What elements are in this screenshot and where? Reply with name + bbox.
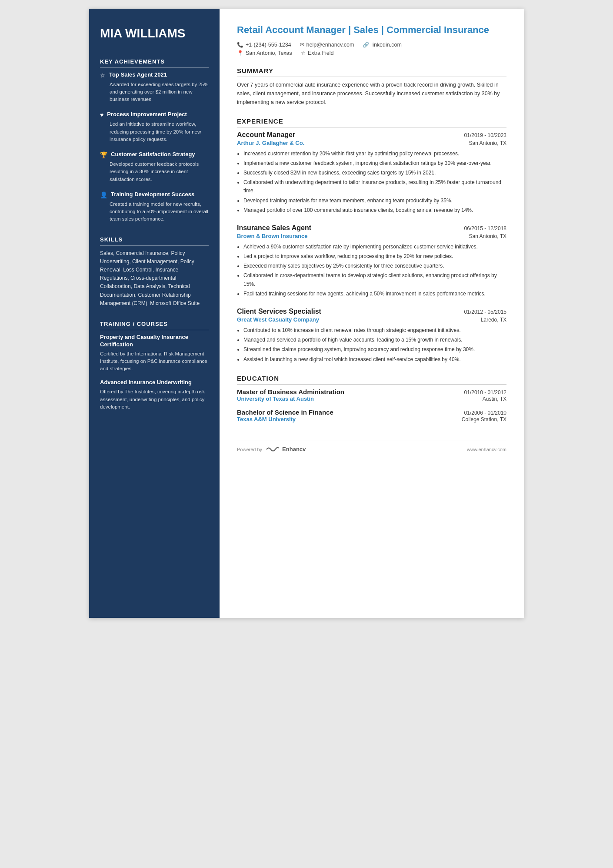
achievements-section-title: KEY ACHIEVEMENTS	[100, 58, 209, 68]
course-item: Advanced Insurance Underwriting Offered …	[100, 379, 209, 411]
job-location: Laredo, TX	[481, 317, 506, 323]
bullet-item: Assisted in launching a new digital tool…	[243, 355, 506, 364]
job-location: San Antonio, TX	[469, 233, 506, 239]
bullet-item: Led a project to improve sales workflow,…	[243, 252, 506, 261]
course-desc: Certified by the International Risk Mana…	[100, 350, 209, 373]
achievements-list: ☆ Top Sales Agent 2021 Awarded for excee…	[100, 71, 209, 223]
job-location: San Antonio, TX	[469, 140, 506, 146]
location-icon: 📍	[237, 50, 243, 56]
bullet-item: Successfully closed $2M in new business,…	[243, 169, 506, 177]
achievement-title: Customer Satisfaction Strategy	[111, 151, 195, 158]
company-name: Arthur J. Gallagher & Co.	[237, 140, 304, 146]
heart-icon: ♥	[100, 111, 103, 118]
bullet-item: Streamlined the claims processing system…	[243, 345, 506, 354]
achievement-desc: Led an initiative to streamline workflow…	[100, 121, 209, 143]
bullet-item: Managed and serviced a portfolio of high…	[243, 336, 506, 344]
course-title: Advanced Insurance Underwriting	[100, 379, 209, 386]
linkedin-icon: 🔗	[363, 42, 369, 48]
degree-title: Bachelor of Science in Finance	[237, 409, 333, 416]
course-item: Property and Casualty Insurance Certific…	[100, 334, 209, 373]
bullet-item: Implemented a new customer feedback syst…	[243, 159, 506, 168]
degree-title: Master of Business Administration	[237, 388, 344, 395]
summary-text: Over 7 years of commercial auto insuranc…	[237, 80, 506, 107]
achievement-item: ♥ Process Improvement Project Led an ini…	[100, 111, 209, 143]
sidebar: MIA WILLIAMS KEY ACHIEVEMENTS ☆ Top Sale…	[89, 9, 220, 618]
skills-section-title: SKILLS	[100, 236, 209, 246]
star-icon: ☆	[301, 50, 306, 56]
company-name: Great West Casualty Company	[237, 316, 319, 323]
edu-location: Austin, TX	[483, 396, 506, 402]
achievement-item: ☆ Top Sales Agent 2021 Awarded for excee…	[100, 71, 209, 104]
course-title: Property and Casualty Insurance Certific…	[100, 334, 209, 349]
achievement-desc: Created a training model for new recruit…	[100, 201, 209, 223]
experience-entry: Insurance Sales Agent 06/2015 - 12/2018 …	[237, 224, 506, 298]
job-title-header: Retail Account Manager | Sales | Commerc…	[237, 24, 506, 37]
main-content: Retail Account Manager | Sales | Commerc…	[220, 9, 524, 618]
bullet-item: Developed training materials for new tea…	[243, 197, 506, 205]
footer-website: www.enhancv.com	[467, 447, 506, 452]
job-bullets: Achieved a 90% customer satisfaction rat…	[237, 243, 506, 298]
skills-text: Sales, Commercial Insurance, Policy Unde…	[100, 249, 209, 308]
job-dates: 01/2012 - 05/2015	[464, 309, 506, 315]
contact-phone: 📞 +1-(234)-555-1234	[237, 42, 291, 48]
job-bullets: Increased customer retention by 20% with…	[237, 150, 506, 214]
company-name: Brown & Brown Insurance	[237, 233, 308, 239]
bullet-item: Facilitated training sessions for new ag…	[243, 290, 506, 298]
experience-section-title: EXPERIENCE	[237, 117, 506, 127]
resume-container: MIA WILLIAMS KEY ACHIEVEMENTS ☆ Top Sale…	[89, 9, 524, 618]
job-dates: 06/2015 - 12/2018	[464, 225, 506, 231]
education-section-title: EDUCATION	[237, 375, 506, 385]
bullet-item: Increased customer retention by 20% with…	[243, 150, 506, 158]
achievement-desc: Awarded for exceeding sales targets by 2…	[100, 81, 209, 104]
education-entry: Master of Business Administration 01/201…	[237, 388, 506, 402]
edu-location: College Station, TX	[462, 416, 506, 422]
bullet-item: Exceeded monthly sales objectives by 25%…	[243, 262, 506, 270]
job-dates: 01/2019 - 10/2023	[464, 132, 506, 138]
contact-email: ✉ help@enhancv.com	[300, 42, 354, 48]
job-bullets: Contributed to a 10% increase in client …	[237, 326, 506, 364]
job-title: Account Manager	[237, 131, 295, 139]
contact-row: 📞 +1-(234)-555-1234 ✉ help@enhancv.com 🔗…	[237, 42, 506, 48]
school-name: University of Texas at Austin	[237, 395, 314, 402]
powered-by-text: Powered by	[237, 447, 262, 452]
person-icon: 👤	[100, 191, 107, 198]
achievement-item: 👤 Training Development Success Created a…	[100, 191, 209, 223]
edu-dates: 01/2010 - 01/2012	[464, 389, 506, 395]
bullet-item: Collaborated with underwriting departmen…	[243, 178, 506, 195]
bullet-item: Managed portfolio of over 100 commercial…	[243, 206, 506, 214]
education-entry: Bachelor of Science in Finance 01/2006 -…	[237, 409, 506, 422]
bullet-item: Collaborated in cross-departmental teams…	[243, 271, 506, 288]
achievement-item: 🏆 Customer Satisfaction Strategy Develop…	[100, 151, 209, 183]
trophy-icon: 🏆	[100, 151, 107, 158]
achievement-title: Top Sales Agent 2021	[109, 71, 167, 79]
achievement-title: Training Development Success	[111, 191, 194, 198]
star-icon: ☆	[100, 72, 106, 79]
edu-dates: 01/2006 - 01/2010	[464, 410, 506, 416]
email-icon: ✉	[300, 42, 304, 48]
job-title: Client Services Specialist	[237, 308, 321, 315]
experience-entry: Account Manager 01/2019 - 10/2023 Arthur…	[237, 131, 506, 214]
brand-name: Enhancv	[282, 446, 306, 452]
contact-row-2: 📍 San Antonio, Texas ☆ Extra Field	[237, 50, 506, 56]
achievement-desc: Developed customer feedback protocols re…	[100, 161, 209, 183]
candidate-name: MIA WILLIAMS	[100, 26, 209, 41]
achievement-title: Process Improvement Project	[107, 111, 187, 118]
phone-icon: 📞	[237, 42, 243, 48]
bullet-item: Achieved a 90% customer satisfaction rat…	[243, 243, 506, 251]
contact-extra: ☆ Extra Field	[301, 50, 334, 56]
summary-section-title: SUMMARY	[237, 67, 506, 77]
footer-left: Powered by Enhancv	[237, 446, 306, 453]
footer: Powered by Enhancv www.enhancv.com	[237, 440, 506, 453]
school-name: Texas A&M University	[237, 416, 296, 422]
contact-location: 📍 San Antonio, Texas	[237, 50, 292, 56]
enhancv-logo-icon	[266, 446, 279, 453]
course-desc: Offered by The Institutes, covering in-d…	[100, 388, 209, 411]
job-title: Insurance Sales Agent	[237, 224, 311, 232]
courses-list: Property and Casualty Insurance Certific…	[100, 334, 209, 411]
training-section-title: TRAINING / COURSES	[100, 321, 209, 330]
bullet-item: Contributed to a 10% increase in client …	[243, 326, 506, 335]
contact-linkedin: 🔗 linkedin.com	[363, 42, 401, 48]
experience-entry: Client Services Specialist 01/2012 - 05/…	[237, 308, 506, 364]
